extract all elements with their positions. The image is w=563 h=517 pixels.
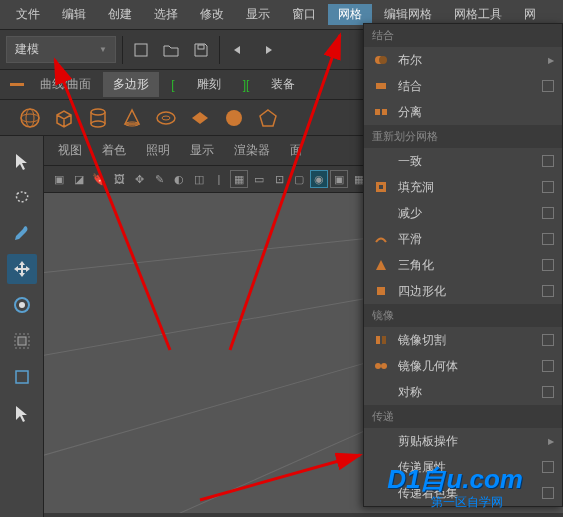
vp-view[interactable]: 视图: [50, 140, 90, 161]
rotate-tool-icon[interactable]: [7, 290, 37, 320]
save-icon[interactable]: [189, 38, 213, 62]
vp-lighting[interactable]: 照明: [138, 140, 178, 161]
menu-create[interactable]: 创建: [98, 4, 142, 25]
menu-editmesh[interactable]: 编辑网格: [374, 4, 442, 25]
sphere-icon[interactable]: [18, 106, 42, 130]
menu-window[interactable]: 窗口: [282, 4, 326, 25]
dd-fillhole[interactable]: 填充洞: [364, 174, 562, 200]
option-box-icon[interactable]: [542, 386, 554, 398]
gate-mask-icon[interactable]: ▢: [290, 170, 308, 188]
cylinder-icon[interactable]: [86, 106, 110, 130]
svg-point-2: [21, 109, 39, 127]
resolution-icon[interactable]: ⊡: [270, 170, 288, 188]
2d-pan-icon[interactable]: ✥: [130, 170, 148, 188]
chevron-down-icon: ▼: [99, 45, 107, 54]
watermark-sub: 第一区自学网: [431, 494, 503, 511]
platonic-icon[interactable]: [256, 106, 280, 130]
undo-icon[interactable]: [226, 38, 250, 62]
new-scene-icon[interactable]: [129, 38, 153, 62]
dd-clipboard[interactable]: 剪贴板操作 ▶: [364, 428, 562, 454]
divider: [219, 36, 220, 64]
smooth-icon: [372, 230, 390, 248]
dd-triangulate[interactable]: 三角化: [364, 252, 562, 278]
dd-separate[interactable]: 分离: [364, 99, 562, 125]
svg-point-5: [91, 109, 105, 115]
menu-file[interactable]: 文件: [6, 4, 50, 25]
disc-icon[interactable]: [222, 106, 246, 130]
film-gate-icon[interactable]: ▭: [250, 170, 268, 188]
chevron-right-icon: ▶: [548, 56, 554, 65]
plane-icon[interactable]: [188, 106, 212, 130]
redo-icon[interactable]: [256, 38, 280, 62]
option-box-icon[interactable]: [542, 461, 554, 473]
grease-icon[interactable]: ✎: [150, 170, 168, 188]
mirrorcut-icon: [372, 331, 390, 349]
dd-conform[interactable]: 一致: [364, 148, 562, 174]
mirrorgeo-icon: [372, 357, 390, 375]
dd-sec-transfer: 传递: [364, 405, 562, 428]
dd-reduce[interactable]: 减少: [364, 200, 562, 226]
conform-icon: [372, 152, 390, 170]
reduce-icon: [372, 204, 390, 222]
cube-icon[interactable]: [52, 106, 76, 130]
menu-modify[interactable]: 修改: [190, 4, 234, 25]
last-tool-icon[interactable]: [7, 362, 37, 392]
dd-booleans[interactable]: 布尔 ▶: [364, 47, 562, 73]
tab-rigging[interactable]: 装备: [261, 72, 305, 97]
tab-sculpt-open: [: [161, 74, 184, 96]
dd-smooth[interactable]: 平滑: [364, 226, 562, 252]
dd-combine[interactable]: 结合: [364, 73, 562, 99]
scale-tool-icon[interactable]: [7, 326, 37, 356]
selection-arrow-icon[interactable]: [7, 398, 37, 428]
vp-renderer[interactable]: 渲染器: [226, 140, 278, 161]
dd-quadrangulate[interactable]: 四边形化: [364, 278, 562, 304]
menu-mesh[interactable]: 网格: [328, 4, 372, 25]
lasso-tool-icon[interactable]: [7, 182, 37, 212]
vp-shading[interactable]: 着色: [94, 140, 134, 161]
option-box-icon[interactable]: [542, 285, 554, 297]
svg-point-30: [381, 363, 387, 369]
vp-show[interactable]: 显示: [182, 140, 222, 161]
dd-sec-mirror: 镜像: [364, 304, 562, 327]
camera-select-icon[interactable]: ▣: [50, 170, 68, 188]
cone-icon[interactable]: [120, 106, 144, 130]
image-plane-icon[interactable]: 🖼: [110, 170, 128, 188]
option-box-icon[interactable]: [542, 259, 554, 271]
option-box-icon[interactable]: [542, 80, 554, 92]
ghost-icon[interactable]: ◐: [170, 170, 188, 188]
svg-rect-21: [381, 83, 386, 89]
tab-curves[interactable]: 曲线/曲面: [30, 72, 101, 97]
camera-attr-icon[interactable]: ◪: [70, 170, 88, 188]
bookmark-icon[interactable]: 🔖: [90, 170, 108, 188]
option-box-icon[interactable]: [542, 155, 554, 167]
mode-select[interactable]: 建模 ▼: [6, 36, 116, 63]
option-box-icon[interactable]: [542, 181, 554, 193]
tab-sculpt[interactable]: 雕刻: [187, 72, 231, 97]
vp-panels[interactable]: 面: [282, 140, 310, 161]
option-box-icon[interactable]: [542, 487, 554, 499]
option-box-icon[interactable]: [542, 334, 554, 346]
dd-mirrorgeo[interactable]: 镜像几何体: [364, 353, 562, 379]
svg-point-12: [19, 302, 25, 308]
option-box-icon[interactable]: [542, 207, 554, 219]
dd-symmetry[interactable]: 对称: [364, 379, 562, 405]
tab-polygons[interactable]: 多边形: [103, 72, 159, 97]
dd-mirrorcut[interactable]: 镜像切割: [364, 327, 562, 353]
select-tool-icon[interactable]: [7, 146, 37, 176]
option-box-icon[interactable]: [542, 233, 554, 245]
move-tool-icon[interactable]: [7, 254, 37, 284]
paint-tool-icon[interactable]: [7, 218, 37, 248]
wireframe-icon[interactable]: ◉: [310, 170, 328, 188]
shaded-icon[interactable]: ▣: [330, 170, 348, 188]
torus-icon[interactable]: [154, 106, 178, 130]
grid-icon[interactable]: ▦: [230, 170, 248, 188]
menu-mesh-cut[interactable]: 网: [514, 4, 546, 25]
menu-display[interactable]: 显示: [236, 4, 280, 25]
menu-meshtools[interactable]: 网格工具: [444, 4, 512, 25]
svg-rect-23: [382, 109, 387, 115]
menu-select[interactable]: 选择: [144, 4, 188, 25]
menu-edit[interactable]: 编辑: [52, 4, 96, 25]
open-folder-icon[interactable]: [159, 38, 183, 62]
option-box-icon[interactable]: [542, 360, 554, 372]
isolate-icon[interactable]: ◫: [190, 170, 208, 188]
